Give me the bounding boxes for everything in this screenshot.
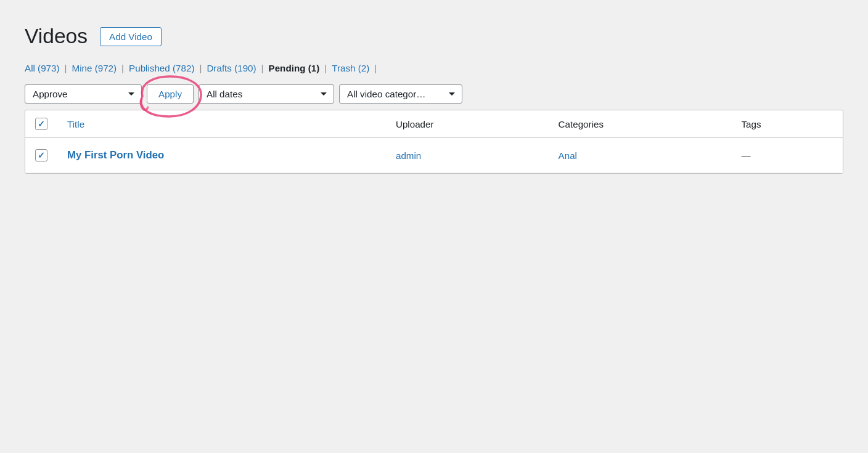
add-video-button[interactable]: Add Video bbox=[100, 27, 162, 46]
videos-table-container: Title Uploader Categories Tags My F bbox=[25, 110, 843, 174]
row-title-cell: My First Porn Video bbox=[57, 138, 386, 173]
apply-button[interactable]: Apply bbox=[147, 84, 194, 104]
filter-link-published[interactable]: Published (782) bbox=[129, 63, 194, 73]
filter-link-trash[interactable]: Trash (2) bbox=[332, 63, 369, 73]
tags-value: — bbox=[742, 150, 751, 161]
sep-1: | bbox=[65, 63, 67, 73]
sep-2: | bbox=[121, 63, 124, 73]
filter-links-bar: All (973) | Mine (972) | Published (782)… bbox=[25, 63, 843, 73]
row-tags-cell: — bbox=[732, 138, 843, 173]
videos-table: Title Uploader Categories Tags My F bbox=[25, 110, 843, 173]
sep-6: | bbox=[374, 63, 377, 73]
row-uploader-cell: admin bbox=[386, 138, 549, 173]
filter-link-all[interactable]: All (973) bbox=[25, 63, 60, 73]
th-title[interactable]: Title bbox=[57, 110, 386, 138]
page-title: Videos bbox=[25, 25, 88, 48]
select-all-checkbox[interactable] bbox=[35, 118, 47, 130]
row-checkbox[interactable] bbox=[35, 149, 47, 161]
table-row: My First Porn Video admin Anal — bbox=[25, 138, 843, 173]
toolbar: Approve Apply All dates All video catego… bbox=[25, 84, 843, 104]
th-checkbox bbox=[25, 110, 57, 138]
apply-btn-wrapper: Apply bbox=[147, 84, 194, 104]
uploader-link[interactable]: admin bbox=[396, 150, 421, 161]
table-header-row: Title Uploader Categories Tags bbox=[25, 110, 843, 138]
sep-3: | bbox=[199, 63, 202, 73]
row-checkbox-cell bbox=[25, 138, 57, 173]
filter-link-mine[interactable]: Mine (972) bbox=[72, 63, 117, 73]
sep-5: | bbox=[324, 63, 327, 73]
video-title-link[interactable]: My First Porn Video bbox=[67, 149, 164, 161]
th-tags: Tags bbox=[732, 110, 843, 138]
th-categories: Categories bbox=[549, 110, 732, 138]
row-categories-cell: Anal bbox=[549, 138, 732, 173]
filter-link-drafts[interactable]: Drafts (190) bbox=[207, 63, 256, 73]
filter-link-pending: Pending (1) bbox=[269, 63, 320, 73]
category-link[interactable]: Anal bbox=[559, 150, 577, 161]
category-filter-select[interactable]: All video categor… bbox=[339, 84, 462, 104]
th-uploader: Uploader bbox=[386, 110, 549, 138]
bulk-action-select[interactable]: Approve bbox=[25, 84, 142, 104]
page-header: Videos Add Video bbox=[25, 25, 843, 48]
sep-4: | bbox=[261, 63, 264, 73]
date-filter-select[interactable]: All dates bbox=[199, 84, 334, 104]
